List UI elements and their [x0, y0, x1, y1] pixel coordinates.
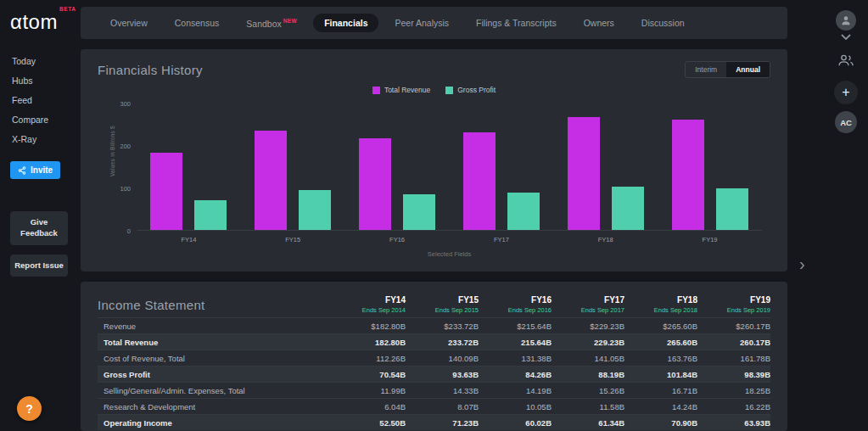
table-row-research-development: Research & Development6.04B8.07B10.05B11… [98, 398, 770, 414]
bar-group-fy14 [137, 104, 241, 230]
row-value: 98.39B [697, 370, 770, 379]
sidebar-item-today[interactable]: Today [12, 56, 70, 66]
row-value: 141.05B [552, 354, 624, 363]
bar-total-revenue-fy14[interactable] [150, 153, 182, 230]
legend-label: Gross Profit [457, 86, 496, 94]
legend-label: Total Revenue [384, 86, 430, 94]
user-avatar[interactable] [836, 10, 856, 31]
atom-logo[interactable]: αtom [10, 10, 58, 33]
tab-financials[interactable]: Financials [313, 14, 378, 32]
row-value: 63.93B [697, 418, 770, 428]
x-tick-fy17: FY17 [449, 236, 553, 243]
bar-gross-profit-fy15[interactable] [299, 190, 331, 230]
financials-card-header: Financials History InterimAnnual [98, 61, 770, 78]
toggle-interim[interactable]: Interim [686, 62, 726, 77]
x-tick-fy18: FY18 [553, 236, 658, 243]
tab-consensus[interactable]: Consensus [164, 14, 231, 32]
x-axis-label: Selected Fields [137, 250, 762, 258]
legend-gross-profit[interactable]: Gross Profit [445, 86, 496, 94]
brand: αtom BETA [10, 10, 70, 34]
toggle-annual[interactable]: Annual [726, 62, 770, 77]
tab-peer-analysis[interactable]: Peer Analysis [384, 14, 460, 32]
bar-total-revenue-fy19[interactable] [672, 120, 704, 230]
tab-overview[interactable]: Overview [99, 14, 159, 32]
column-header-fy16: FY16Ends Sep 2016 [479, 295, 552, 314]
row-value: 11.58B [552, 402, 624, 411]
sidebar-item-feed[interactable]: Feed [12, 95, 70, 105]
row-value: 101.84B [624, 370, 697, 379]
tab-label: Peer Analysis [395, 18, 449, 28]
row-value: 18.25B [697, 386, 770, 395]
row-value: 8.07B [406, 402, 479, 411]
bar-group-fy16 [345, 104, 450, 230]
bar-total-revenue-fy17[interactable] [463, 132, 496, 230]
main-content: OverviewConsensusSandboxNEWFinancialsPee… [81, 0, 787, 431]
row-value: 112.26B [333, 354, 406, 363]
tab-label: Financials [324, 18, 367, 28]
sidebar-item-hubs[interactable]: Hubs [12, 76, 70, 86]
add-button[interactable]: + [834, 81, 858, 104]
report-issue-button[interactable]: Report Issue [10, 255, 68, 277]
people-icon[interactable] [837, 53, 854, 67]
legend-total-revenue[interactable]: Total Revenue [372, 86, 430, 94]
tab-label: Owners [584, 18, 614, 28]
bar-gross-profit-fy16[interactable] [403, 194, 435, 230]
tab-filings-transcripts[interactable]: Filings & Transcripts [465, 14, 568, 32]
bar-group-fy18 [553, 104, 658, 230]
sidebar-item-x-ray[interactable]: X-Ray [12, 134, 70, 144]
bar-total-revenue-fy16[interactable] [359, 138, 391, 230]
income-statement-body: Revenue$182.80B$233.72B$215.64B$229.23B$… [98, 317, 770, 430]
row-value: $229.23B [552, 322, 624, 331]
row-label: Selling/General/Admin. Expenses, Total [98, 386, 333, 395]
period-toggle: InterimAnnual [685, 61, 770, 78]
tab-sandbox[interactable]: SandboxNEW [235, 14, 308, 33]
chart-plot-area: 0100200300 [137, 104, 762, 231]
y-tick-label: 0 [127, 227, 131, 235]
next-chevron-icon[interactable]: › [799, 255, 805, 274]
row-value: 88.19B [552, 370, 624, 379]
sidebar-item-compare[interactable]: Compare [12, 115, 70, 125]
column-header-fy19: FY19Ends Sep 2019 [697, 295, 770, 314]
row-value: 84.26B [479, 370, 552, 379]
tab-owners[interactable]: Owners [573, 14, 625, 32]
bar-gross-profit-fy18[interactable] [612, 187, 644, 230]
give-feedback-button[interactable]: Give Feedback [10, 211, 68, 245]
invite-label: Invite [31, 165, 53, 175]
y-tick-label: 200 [120, 143, 131, 150]
share-icon [18, 166, 26, 175]
tab-discussion[interactable]: Discussion [630, 14, 696, 32]
tab-label: Sandbox [246, 18, 281, 28]
table-row-selling-general-admin-expenses-total: Selling/General/Admin. Expenses, Total11… [98, 382, 770, 398]
bar-group-fy17 [449, 104, 553, 230]
row-value: 131.38B [479, 354, 552, 363]
bar-gross-profit-fy17[interactable] [507, 193, 540, 230]
column-header-fy18: FY18Ends Sep 2018 [624, 295, 697, 314]
chart-legend: Total RevenueGross Profit [98, 86, 770, 94]
chevron-down-icon[interactable] [841, 34, 851, 40]
row-value: 14.33B [406, 386, 479, 395]
bar-total-revenue-fy18[interactable] [568, 117, 600, 230]
bar-gross-profit-fy19[interactable] [716, 188, 748, 230]
row-value: $233.72B [406, 322, 479, 331]
row-label: Total Revenue [98, 338, 333, 347]
row-value: 215.64B [479, 338, 552, 347]
tab-label: Overview [110, 18, 148, 28]
row-value: $215.64B [479, 322, 552, 331]
bar-groups [137, 104, 762, 231]
x-axis-ticks: FY14FY15FY16FY17FY18FY19 [137, 236, 762, 243]
bar-group-fy15 [241, 104, 345, 230]
help-button[interactable]: ? [17, 396, 42, 421]
table-row-gross-profit: Gross Profit70.54B93.63B84.26B88.19B101.… [98, 366, 770, 382]
row-label: Operating Income [98, 418, 333, 428]
row-value: 60.02B [479, 418, 552, 428]
row-value: $265.60B [624, 322, 697, 331]
x-tick-fy15: FY15 [241, 236, 345, 243]
income-statement-card: Income Statement FY14Ends Sep 2014FY15En… [81, 282, 787, 431]
table-row-revenue: Revenue$182.80B$233.72B$215.64B$229.23B$… [98, 317, 770, 333]
bar-total-revenue-fy15[interactable] [255, 131, 287, 230]
sidebar-nav: TodayHubsFeedCompareX-Ray [10, 56, 70, 144]
avatar-initials[interactable]: AC [835, 111, 857, 133]
row-value: 161.78B [697, 354, 770, 363]
bar-gross-profit-fy14[interactable] [194, 200, 227, 230]
invite-button[interactable]: Invite [10, 161, 60, 179]
